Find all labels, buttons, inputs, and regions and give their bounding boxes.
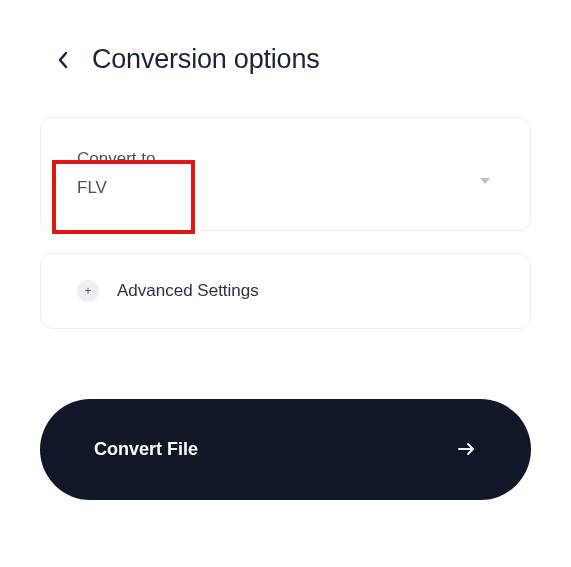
convert-to-card[interactable]: Convert to FLV (40, 117, 531, 231)
advanced-settings-card[interactable]: + Advanced Settings (40, 253, 531, 329)
chevron-left-icon (56, 50, 70, 70)
back-icon[interactable] (56, 50, 70, 70)
plus-icon: + (77, 280, 99, 302)
convert-to-value: FLV (77, 178, 498, 198)
plus-glyph: + (84, 285, 91, 297)
arrow-right-icon (457, 441, 477, 457)
convert-file-button-label: Convert File (94, 439, 198, 460)
page-header: Conversion options (0, 0, 571, 95)
convert-file-button[interactable]: Convert File (40, 399, 531, 500)
advanced-settings-label: Advanced Settings (117, 281, 259, 301)
chevron-down-icon[interactable] (480, 178, 490, 184)
page-title: Conversion options (92, 44, 320, 75)
convert-to-label: Convert to (77, 146, 498, 172)
